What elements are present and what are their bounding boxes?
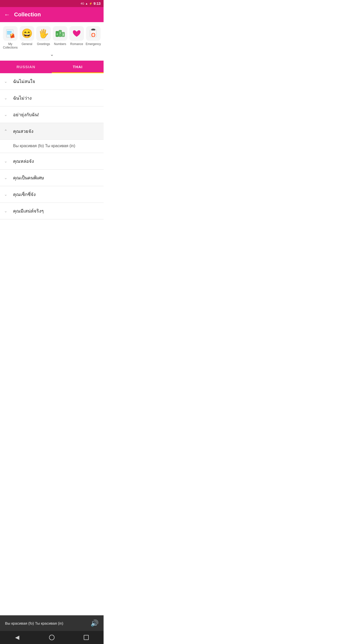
phrase-row[interactable]: ⌄ ฉันไม่สนใจ (0, 73, 104, 90)
phrase-row[interactable]: ⌄ คุณมีเสน่ห์จริงๆ (0, 203, 104, 219)
category-numbers-label: Numbers (54, 42, 66, 46)
category-greetings-label: Greetings (37, 42, 50, 46)
category-greetings[interactable]: 🖐️ Greetings (36, 26, 51, 46)
chevron-collapse-icon: ⌄ (4, 96, 9, 100)
tab-thai[interactable]: THAI (52, 61, 104, 73)
phrase-text: คุณมีเสน่ห์จริงๆ (13, 207, 44, 215)
category-emergency-label: Emergency (86, 42, 101, 46)
phrase-text: ฉันไม่ว่าง (13, 94, 32, 102)
phrase-text: คุณเป็นคนพิเศษ (13, 174, 44, 181)
page-title: Collection (14, 11, 41, 18)
chevron-collapse-icon: ⌄ (4, 192, 9, 197)
battery-icon: ⚡ (89, 2, 93, 5)
phrase-row[interactable]: ⌄ คุณหล่อจัง (0, 153, 104, 170)
category-row: My Collections 😄 General 🖐️ Greetings (0, 26, 104, 50)
tab-russian-label: RUSSIAN (17, 65, 35, 69)
chevron-collapse-icon: ⌄ (4, 175, 9, 180)
status-time: 9:13 (94, 2, 101, 6)
back-button[interactable]: ← (4, 11, 10, 18)
phrase-text: ฉันไม่สนใจ (13, 78, 35, 85)
chevron-collapse-icon: ⌄ (4, 112, 9, 117)
translation-row: Вы красивая (fo) Ты красивая (in) (0, 140, 104, 153)
romance-icon-wrap (69, 26, 84, 41)
chevron-collapse-icon: ⌄ (4, 159, 9, 164)
status-icons: 4G ▲ ⚡ 9:13 (80, 2, 101, 6)
phrase-text: คุณเซ็กซี่จัง (13, 191, 36, 198)
tab-russian[interactable]: RUSSIAN (0, 61, 52, 73)
top-bar: ← Collection (0, 7, 104, 22)
phrase-text: อย่ายุ่งกับฉัน! (13, 111, 39, 118)
svg-text:2: 2 (57, 33, 58, 35)
phrase-text: คุณสวยจัง (13, 128, 33, 135)
phrase-row-expanded[interactable]: ⌃ คุณสวยจัง (0, 123, 104, 140)
svg-rect-17 (92, 29, 95, 30)
chevron-expand-icon: ⌃ (4, 129, 9, 134)
emergency-icon-wrap (86, 26, 101, 41)
status-bar: 4G ▲ ⚡ 9:13 (0, 0, 104, 7)
phrase-list: ⌄ ฉันไม่สนใจ ⌄ ฉันไม่ว่าง ⌄ อย่ายุ่งกับฉ… (0, 73, 104, 219)
phrase-row[interactable]: ⌄ อย่ายุ่งกับฉัน! (0, 106, 104, 123)
svg-text:3: 3 (63, 33, 64, 36)
category-my-collections[interactable]: My Collections (3, 26, 18, 50)
my-collections-icon-wrap (3, 26, 18, 41)
greetings-icon-wrap: 🖐️ (36, 26, 51, 41)
network-icon: 4G (80, 2, 84, 5)
expand-categories-button[interactable]: ⌄ (0, 50, 104, 60)
phrase-row[interactable]: ⌄ ฉันไม่ว่าง (0, 90, 104, 106)
category-romance[interactable]: Romance (69, 26, 84, 46)
translation-text: Вы красивая (fo) Ты красивая (in) (13, 144, 75, 148)
phrase-text: คุณหล่อจัง (13, 157, 34, 165)
category-section: My Collections 😄 General 🖐️ Greetings (0, 22, 104, 61)
signal-icon: ▲ (85, 2, 88, 5)
category-general[interactable]: 😄 General (19, 26, 35, 46)
chevron-collapse-icon: ⌄ (4, 209, 9, 213)
language-tabs: RUSSIAN THAI (0, 61, 104, 73)
category-romance-label: Romance (70, 42, 83, 46)
category-emergency[interactable]: Emergency (85, 26, 101, 46)
category-my-collections-label: My Collections (3, 42, 18, 50)
category-numbers[interactable]: 2 1 3 Numbers (52, 26, 68, 46)
general-icon-wrap: 😄 (20, 26, 34, 41)
phrase-row[interactable]: ⌄ คุณเป็นคนพิเศษ (0, 170, 104, 186)
back-icon: ← (4, 11, 10, 18)
chevron-down-icon: ⌄ (50, 52, 54, 57)
phrase-row[interactable]: ⌄ คุณเซ็กซี่จัง (0, 186, 104, 203)
chevron-collapse-icon: ⌄ (4, 79, 9, 84)
tab-thai-label: THAI (73, 65, 83, 69)
svg-rect-20 (92, 34, 95, 35)
category-general-label: General (22, 42, 32, 46)
svg-text:1: 1 (60, 31, 61, 34)
numbers-icon-wrap: 2 1 3 (53, 26, 67, 41)
